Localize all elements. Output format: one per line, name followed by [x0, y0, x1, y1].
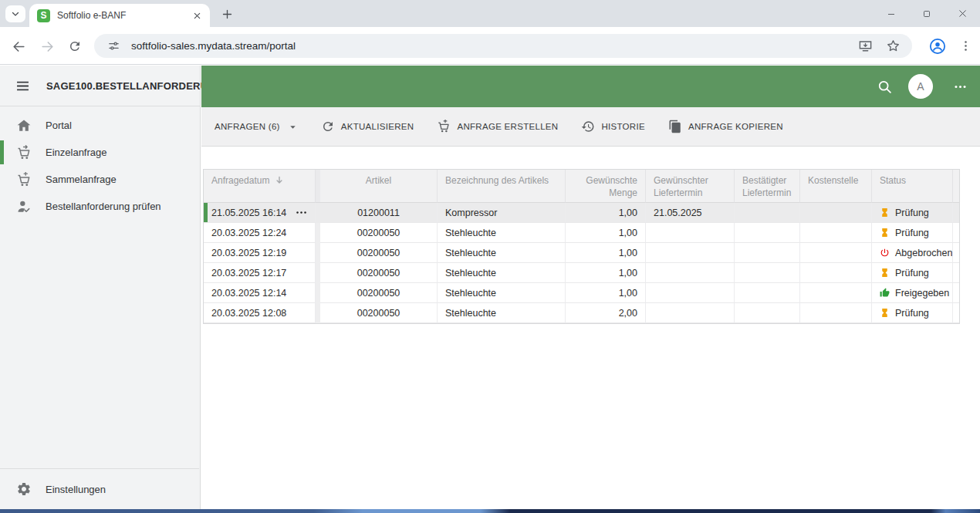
cell-value: Stehleuchte — [445, 308, 496, 319]
cell-gew_liefertermin[interactable] — [646, 223, 735, 243]
cell-best_liefertermin[interactable] — [735, 303, 800, 323]
cell-gew_liefertermin[interactable]: 21.05.2025 — [646, 203, 735, 223]
anfragen-6-button[interactable]: ANFRAGEN (6) — [215, 122, 298, 132]
tab-search-button[interactable] — [5, 5, 25, 22]
window-minimize-button[interactable] — [874, 0, 909, 27]
cell-anfragedatum[interactable]: 20.03.2025 12:14 — [204, 283, 316, 303]
window-maximize-button[interactable] — [909, 0, 945, 27]
cell-menge[interactable]: 1,00 — [566, 223, 646, 243]
user-avatar[interactable]: A — [908, 74, 933, 99]
cell-anfragedatum[interactable]: 21.05.2025 16:14 — [204, 203, 316, 223]
address-bar[interactable]: softfolio-sales.mydata.stream/portal — [94, 34, 912, 58]
cell-artikel[interactable]: 00200050 — [320, 263, 438, 283]
cell-bezeichnung[interactable]: Stehleuchte — [438, 263, 566, 283]
reload-button[interactable] — [66, 37, 84, 56]
cell-menge[interactable]: 1,00 — [566, 263, 646, 283]
sidebar-item-portal[interactable]: Portal — [0, 112, 200, 139]
cell-bezeichnung[interactable]: Kompressor — [438, 203, 566, 223]
cell-gew_liefertermin[interactable] — [646, 243, 735, 263]
app-overflow-menu-button[interactable] — [949, 76, 971, 97]
cell-status[interactable]: Prüfung — [872, 203, 953, 223]
column-header-best_liefertermin[interactable]: Bestätigter Liefertermin — [735, 170, 800, 203]
cell-menge[interactable]: 1,00 — [566, 203, 646, 223]
back-button[interactable] — [9, 37, 28, 56]
cell-value: 1,00 — [619, 228, 637, 238]
cell-anfragedatum[interactable]: 20.03.2025 12:19 — [204, 243, 316, 263]
cell-best_liefertermin[interactable] — [735, 263, 800, 283]
cell-best_liefertermin[interactable] — [735, 203, 800, 223]
cell-status[interactable]: Prüfung — [872, 223, 953, 243]
search-button[interactable] — [874, 76, 895, 97]
cell-gew_liefertermin[interactable] — [646, 283, 735, 303]
sidebar-item-einzelanfrage[interactable]: Einzelanfrage — [0, 139, 200, 166]
cell-artikel[interactable]: 00200050 — [320, 223, 438, 243]
column-header-anfragedatum[interactable]: Anfragedatum — [204, 170, 316, 203]
cell-status[interactable]: Prüfung — [872, 263, 953, 283]
close-icon — [193, 12, 201, 20]
cell-kostenstelle[interactable] — [800, 303, 872, 323]
row-filler — [953, 283, 959, 303]
column-header-status[interactable]: Status — [872, 170, 953, 203]
forward-button[interactable] — [38, 37, 56, 56]
historie-button[interactable]: HISTORIE — [581, 120, 645, 133]
cell-status[interactable]: Freigegeben — [872, 283, 953, 303]
cell-bezeichnung[interactable]: Stehleuchte — [438, 283, 566, 303]
cell-kostenstelle[interactable] — [800, 243, 872, 263]
cell-artikel[interactable]: 00200050 — [320, 243, 438, 263]
forward-arrow-icon — [40, 39, 55, 54]
anfrage-erstellen-button[interactable]: ANFRAGE ERSTELLEN — [437, 120, 558, 133]
sidebar-item-einstellungen[interactable]: Einstellungen — [0, 468, 199, 509]
cell-anfragedatum[interactable]: 20.03.2025 12:24 — [204, 223, 316, 243]
column-header-menge[interactable]: Gewünschte Menge — [566, 170, 646, 203]
row-menu-button[interactable] — [296, 207, 307, 218]
anfrage-kopieren-button[interactable]: ANFRAGE KOPIEREN — [668, 120, 783, 133]
cell-bezeichnung[interactable]: Stehleuchte — [438, 223, 566, 243]
browser-menu-button[interactable] — [957, 38, 974, 55]
cell-best_liefertermin[interactable] — [735, 243, 800, 263]
cell-menge[interactable]: 2,00 — [566, 303, 646, 323]
tab-close-button[interactable] — [191, 9, 204, 22]
cell-bezeichnung[interactable]: Stehleuchte — [438, 243, 566, 263]
window-controls — [874, 0, 980, 27]
cell-artikel[interactable]: 00200050 — [320, 303, 438, 323]
cell-menge[interactable]: 1,00 — [566, 243, 646, 263]
cell-anfragedatum[interactable]: 20.03.2025 12:08 — [204, 303, 316, 323]
cell-value: 21.05.2025 — [654, 208, 702, 218]
cell-gew_liefertermin[interactable] — [646, 303, 735, 323]
cell-status[interactable]: Prüfung — [872, 303, 953, 323]
new-tab-button[interactable] — [218, 5, 236, 23]
column-header-kostenstelle[interactable]: Kostenstelle — [800, 170, 872, 203]
menu-toggle-button[interactable] — [15, 77, 31, 94]
column-header-gew_liefertermin[interactable]: Gewünschter Liefertermin — [646, 170, 735, 203]
cell-artikel[interactable]: 01200011 — [320, 203, 438, 223]
cell-kostenstelle[interactable] — [800, 223, 872, 243]
requests-table: AnfragedatumArtikelBezeichnung des Artik… — [203, 169, 960, 324]
cell-best_liefertermin[interactable] — [735, 223, 800, 243]
browser-profile-button[interactable] — [929, 38, 946, 55]
power-icon — [880, 248, 890, 258]
sidebar-item-bestellanforderung-pr-fen[interactable]: Bestellanforderung prüfen — [0, 193, 200, 220]
cell-bezeichnung[interactable]: Stehleuchte — [438, 303, 566, 323]
cell-status[interactable]: Abgebrochen — [872, 243, 953, 263]
sidebar-item-sammelanfrage[interactable]: Sammelanfrage — [0, 166, 200, 193]
cell-best_liefertermin[interactable] — [735, 283, 800, 303]
hourglass-icon — [880, 308, 890, 318]
site-info-button[interactable] — [105, 38, 122, 55]
cell-kostenstelle[interactable] — [800, 203, 872, 223]
column-header-artikel[interactable]: Artikel — [320, 170, 438, 203]
url-text[interactable]: softfolio-sales.mydata.stream/portal — [131, 40, 857, 52]
install-app-button[interactable] — [857, 38, 874, 55]
window-close-button[interactable] — [945, 0, 980, 27]
column-header-bezeichnung[interactable]: Bezeichnung des Artikels — [438, 170, 566, 203]
cell-anfragedatum[interactable]: 20.03.2025 12:17 — [204, 263, 316, 283]
cell-kostenstelle[interactable] — [800, 263, 872, 283]
cell-menge[interactable]: 1,00 — [566, 283, 646, 303]
sidebar: SAGE100.BESTELLANFORDERUNG PortalEinzela… — [0, 66, 201, 509]
bookmark-button[interactable] — [884, 38, 901, 55]
browser-tab[interactable]: S Softfolio e-BANF — [29, 4, 210, 27]
cell-artikel[interactable]: 00200050 — [320, 283, 438, 303]
cell-gew_liefertermin[interactable] — [646, 263, 735, 283]
tune-icon — [107, 39, 120, 52]
aktualisieren-button[interactable]: AKTUALISIEREN — [321, 120, 414, 133]
cell-kostenstelle[interactable] — [800, 283, 872, 303]
